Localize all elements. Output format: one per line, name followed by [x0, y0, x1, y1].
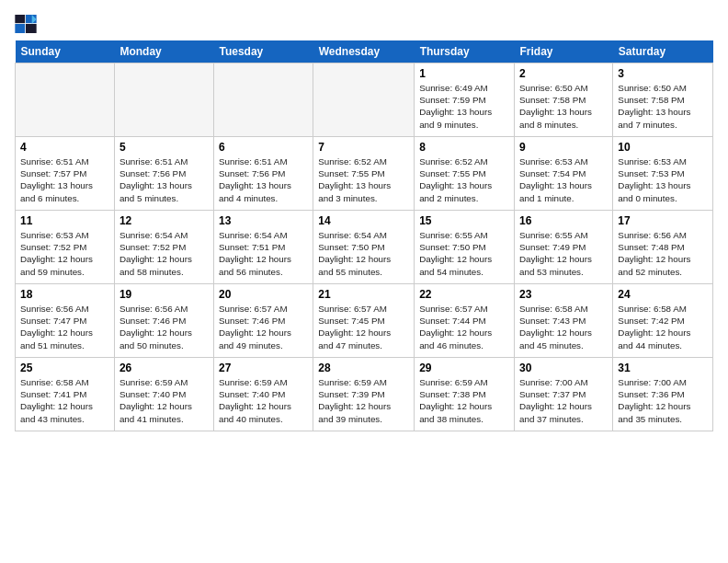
- page-header: [15, 15, 713, 33]
- calendar-cell: [16, 63, 115, 137]
- calendar-cell: 9Sunrise: 6:53 AM Sunset: 7:54 PM Daylig…: [515, 137, 613, 211]
- day-number: 17: [618, 214, 708, 227]
- calendar-cell: 24Sunrise: 6:58 AM Sunset: 7:42 PM Dayli…: [613, 284, 713, 358]
- calendar-cell: 27Sunrise: 6:59 AM Sunset: 7:40 PM Dayli…: [213, 358, 313, 431]
- svg-rect-2: [15, 24, 25, 33]
- col-header-thursday: Thursday: [415, 40, 515, 63]
- day-info: Sunrise: 6:57 AM Sunset: 7:44 PM Dayligh…: [419, 303, 509, 351]
- calendar-cell: 29Sunrise: 6:59 AM Sunset: 7:38 PM Dayli…: [415, 358, 515, 431]
- day-number: 28: [318, 362, 409, 374]
- day-info: Sunrise: 6:55 AM Sunset: 7:50 PM Dayligh…: [419, 229, 509, 278]
- col-header-monday: Monday: [114, 40, 213, 63]
- calendar-cell: 15Sunrise: 6:55 AM Sunset: 7:50 PM Dayli…: [415, 211, 515, 284]
- day-number: 16: [519, 214, 608, 227]
- day-info: Sunrise: 7:00 AM Sunset: 7:36 PM Dayligh…: [618, 376, 708, 425]
- calendar-cell: 20Sunrise: 6:57 AM Sunset: 7:46 PM Dayli…: [213, 284, 313, 358]
- calendar-cell: 19Sunrise: 6:56 AM Sunset: 7:46 PM Dayli…: [114, 284, 213, 358]
- day-info: Sunrise: 6:51 AM Sunset: 7:57 PM Dayligh…: [20, 155, 109, 204]
- logo-icon: [15, 15, 37, 33]
- day-info: Sunrise: 6:59 AM Sunset: 7:38 PM Dayligh…: [419, 376, 509, 425]
- calendar-cell: 10Sunrise: 6:53 AM Sunset: 7:53 PM Dayli…: [613, 137, 713, 211]
- day-number: 6: [219, 141, 308, 154]
- calendar-cell: 14Sunrise: 6:54 AM Sunset: 7:50 PM Dayli…: [313, 211, 415, 284]
- day-info: Sunrise: 6:59 AM Sunset: 7:40 PM Dayligh…: [219, 376, 308, 425]
- day-number: 13: [219, 214, 308, 227]
- day-number: 10: [618, 141, 708, 154]
- day-info: Sunrise: 6:49 AM Sunset: 7:59 PM Dayligh…: [419, 82, 509, 131]
- day-number: 19: [119, 288, 209, 301]
- calendar-cell: 16Sunrise: 6:55 AM Sunset: 7:49 PM Dayli…: [515, 211, 613, 284]
- day-info: Sunrise: 6:57 AM Sunset: 7:45 PM Dayligh…: [318, 303, 409, 351]
- svg-rect-3: [26, 24, 37, 33]
- day-number: 26: [119, 362, 209, 374]
- calendar-week-1: 1Sunrise: 6:49 AM Sunset: 7:59 PM Daylig…: [16, 63, 713, 137]
- calendar-cell: 28Sunrise: 6:59 AM Sunset: 7:39 PM Dayli…: [313, 358, 415, 431]
- day-info: Sunrise: 6:51 AM Sunset: 7:56 PM Dayligh…: [219, 155, 308, 204]
- day-info: Sunrise: 6:50 AM Sunset: 7:58 PM Dayligh…: [519, 82, 608, 131]
- calendar-header-row: SundayMondayTuesdayWednesdayThursdayFrid…: [16, 40, 713, 63]
- col-header-friday: Friday: [515, 40, 613, 63]
- day-number: 4: [20, 141, 109, 154]
- svg-rect-0: [15, 15, 25, 23]
- day-number: 15: [419, 214, 509, 227]
- day-number: 7: [318, 141, 409, 154]
- calendar-table: SundayMondayTuesdayWednesdayThursdayFrid…: [15, 40, 713, 431]
- day-number: 3: [618, 67, 708, 80]
- day-info: Sunrise: 6:56 AM Sunset: 7:48 PM Dayligh…: [618, 229, 708, 278]
- calendar-cell: [114, 63, 213, 137]
- calendar-cell: 30Sunrise: 7:00 AM Sunset: 7:37 PM Dayli…: [515, 358, 613, 431]
- day-info: Sunrise: 6:56 AM Sunset: 7:47 PM Dayligh…: [20, 303, 109, 351]
- day-number: 23: [519, 288, 608, 301]
- day-number: 18: [20, 288, 109, 301]
- day-number: 24: [618, 288, 708, 301]
- day-number: 31: [618, 362, 708, 374]
- day-info: Sunrise: 6:57 AM Sunset: 7:46 PM Dayligh…: [219, 303, 308, 351]
- calendar-week-3: 11Sunrise: 6:53 AM Sunset: 7:52 PM Dayli…: [16, 211, 713, 284]
- day-number: 21: [318, 288, 409, 301]
- calendar-cell: 6Sunrise: 6:51 AM Sunset: 7:56 PM Daylig…: [213, 137, 313, 211]
- day-info: Sunrise: 6:58 AM Sunset: 7:43 PM Dayligh…: [519, 303, 608, 351]
- calendar-cell: 5Sunrise: 6:51 AM Sunset: 7:56 PM Daylig…: [114, 137, 213, 211]
- calendar-cell: 17Sunrise: 6:56 AM Sunset: 7:48 PM Dayli…: [613, 211, 713, 284]
- calendar-week-2: 4Sunrise: 6:51 AM Sunset: 7:57 PM Daylig…: [16, 137, 713, 211]
- day-info: Sunrise: 6:53 AM Sunset: 7:52 PM Dayligh…: [20, 229, 109, 278]
- calendar-cell: 8Sunrise: 6:52 AM Sunset: 7:55 PM Daylig…: [415, 137, 515, 211]
- calendar-cell: 21Sunrise: 6:57 AM Sunset: 7:45 PM Dayli…: [313, 284, 415, 358]
- day-number: 8: [419, 141, 509, 154]
- calendar-cell: 18Sunrise: 6:56 AM Sunset: 7:47 PM Dayli…: [16, 284, 115, 358]
- day-number: 11: [20, 214, 109, 227]
- day-number: 30: [519, 362, 608, 374]
- day-info: Sunrise: 6:54 AM Sunset: 7:50 PM Dayligh…: [318, 229, 409, 278]
- day-number: 27: [219, 362, 308, 374]
- calendar-cell: 2Sunrise: 6:50 AM Sunset: 7:58 PM Daylig…: [515, 63, 613, 137]
- day-number: 29: [419, 362, 509, 374]
- calendar-cell: 1Sunrise: 6:49 AM Sunset: 7:59 PM Daylig…: [415, 63, 515, 137]
- day-info: Sunrise: 6:53 AM Sunset: 7:54 PM Dayligh…: [519, 155, 608, 204]
- day-info: Sunrise: 6:51 AM Sunset: 7:56 PM Dayligh…: [119, 155, 209, 204]
- day-info: Sunrise: 6:55 AM Sunset: 7:49 PM Dayligh…: [519, 229, 608, 278]
- col-header-wednesday: Wednesday: [313, 40, 415, 63]
- col-header-saturday: Saturday: [613, 40, 713, 63]
- day-number: 25: [20, 362, 109, 374]
- day-number: 12: [119, 214, 209, 227]
- day-info: Sunrise: 6:50 AM Sunset: 7:58 PM Dayligh…: [618, 82, 708, 131]
- calendar-cell: 26Sunrise: 6:59 AM Sunset: 7:40 PM Dayli…: [114, 358, 213, 431]
- col-header-tuesday: Tuesday: [213, 40, 313, 63]
- calendar-week-5: 25Sunrise: 6:58 AM Sunset: 7:41 PM Dayli…: [16, 358, 713, 431]
- calendar-cell: 13Sunrise: 6:54 AM Sunset: 7:51 PM Dayli…: [213, 211, 313, 284]
- day-info: Sunrise: 6:58 AM Sunset: 7:41 PM Dayligh…: [20, 376, 109, 425]
- calendar-cell: [213, 63, 313, 137]
- calendar-cell: 31Sunrise: 7:00 AM Sunset: 7:36 PM Dayli…: [613, 358, 713, 431]
- day-info: Sunrise: 6:56 AM Sunset: 7:46 PM Dayligh…: [119, 303, 209, 351]
- calendar-cell: 25Sunrise: 6:58 AM Sunset: 7:41 PM Dayli…: [16, 358, 115, 431]
- day-info: Sunrise: 7:00 AM Sunset: 7:37 PM Dayligh…: [519, 376, 608, 425]
- day-info: Sunrise: 6:54 AM Sunset: 7:51 PM Dayligh…: [219, 229, 308, 278]
- calendar-cell: 7Sunrise: 6:52 AM Sunset: 7:55 PM Daylig…: [313, 137, 415, 211]
- day-info: Sunrise: 6:59 AM Sunset: 7:40 PM Dayligh…: [119, 376, 209, 425]
- col-header-sunday: Sunday: [16, 40, 115, 63]
- day-number: 9: [519, 141, 608, 154]
- day-info: Sunrise: 6:59 AM Sunset: 7:39 PM Dayligh…: [318, 376, 409, 425]
- day-number: 1: [419, 67, 509, 80]
- day-info: Sunrise: 6:53 AM Sunset: 7:53 PM Dayligh…: [618, 155, 708, 204]
- calendar-cell: [313, 63, 415, 137]
